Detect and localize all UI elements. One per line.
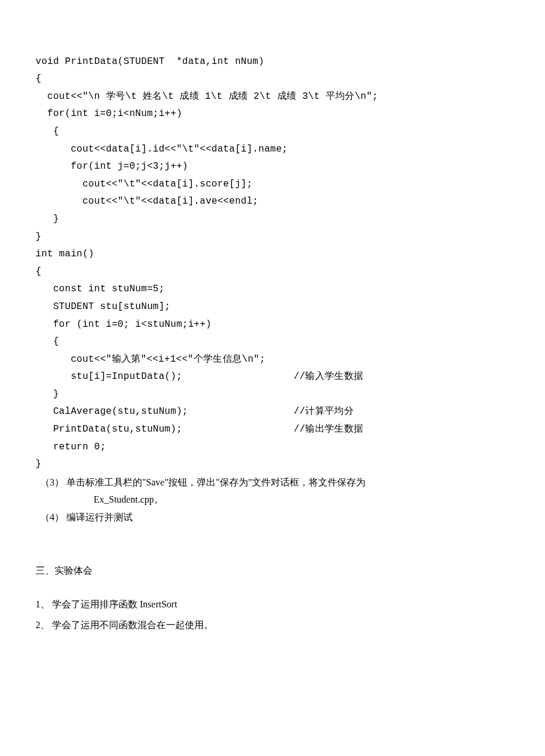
code-line: } — [36, 214, 59, 224]
code-line: PrintData(stu,stuNum); //输出学生数据 — [36, 424, 363, 435]
code-line: } — [36, 231, 41, 242]
code-line: { — [36, 336, 59, 347]
section-title: 三、实验体会 — [36, 562, 509, 580]
code-line: for(int j=0;j<3;j++) — [36, 161, 188, 172]
code-line: { — [36, 126, 59, 137]
instruction-step-3-continued: Ex_Student.cpp。 — [36, 491, 509, 509]
experience-item-1: 1、 学会了运用排序函数 InsertSort — [36, 594, 509, 615]
code-line: cout<<"\t"<<data[i].ave<<endl; — [36, 196, 258, 207]
code-line: { — [36, 266, 41, 277]
code-line: stu[i]=InputData(); //输入学生数据 — [36, 371, 363, 382]
code-block: void PrintData(STUDENT *data,int nNum) {… — [36, 36, 509, 474]
code-line: } — [36, 389, 59, 400]
code-line: cout<<"\n 学号\t 姓名\t 成绩 1\t 成绩 2\t 成绩 3\t… — [36, 91, 378, 102]
code-line: for (int i=0; i<stuNum;i++) — [36, 319, 211, 330]
item-text: 1、 学会了运用排序函数 — [36, 599, 140, 609]
code-line: return 0; — [36, 442, 106, 452]
instruction-text: Ex_Student.cpp。 — [94, 494, 164, 504]
function-name: InsertSort — [140, 599, 177, 609]
code-line: for(int i=0;i<nNum;i++) — [36, 108, 182, 119]
code-line: int main() — [36, 249, 94, 259]
code-line: CalAverage(stu,stuNum); //计算平均分 — [36, 406, 354, 417]
code-line: STUDENT stu[stuNum]; — [36, 301, 171, 312]
code-line: const int stuNum=5; — [36, 284, 165, 294]
instruction-step-4: （4） 编译运行并测试 — [36, 509, 509, 526]
code-line: { — [36, 73, 41, 84]
instruction-step-3: （3） 单击标准工具栏的"Save"按钮，弹出"保存为"文件对话框，将文件保存为 — [36, 474, 509, 491]
code-line: } — [36, 459, 41, 469]
code-line: cout<<"输入第"<<i+1<<"个学生信息\n"; — [36, 354, 265, 365]
experience-item-2: 2、 学会了运用不同函数混合在一起使用。 — [36, 615, 509, 635]
code-line: void PrintData(STUDENT *data,int nNum) — [36, 56, 264, 67]
code-line: cout<<data[i].id<<"\t"<<data[i].name; — [36, 144, 288, 155]
code-line: cout<<"\t"<<data[i].score[j]; — [36, 179, 252, 189]
instruction-text: （4） 编译运行并测试 — [40, 512, 133, 522]
instruction-text: （3） 单击标准工具栏的"Save"按钮，弹出"保存为"文件对话框，将文件保存为 — [40, 477, 366, 487]
